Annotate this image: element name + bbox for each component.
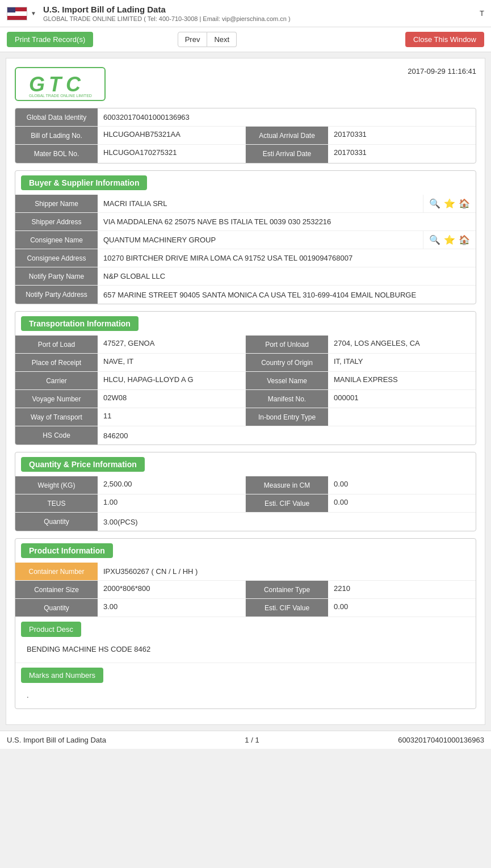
quantity-label: Quantity [15, 513, 98, 531]
consignee-home-icon[interactable]: 🏠 [459, 234, 470, 245]
hs-code-label: HS Code [15, 426, 98, 445]
teus-label: TEUS [15, 494, 98, 512]
product-quantity-value: 3.00 [98, 599, 245, 617]
global-data-value: 600320170401000136963 [98, 108, 476, 126]
product-header: Product Information [15, 539, 476, 563]
consignee-address-row: Consignee Address 10270 BIRTCHER DRIVE M… [15, 249, 476, 267]
manifest-value: 000001 [328, 390, 476, 408]
bol-row: Bill of Lading No. HLCUGOAHB75321AA Actu… [15, 127, 476, 145]
teus-half: TEUS 1.00 [15, 494, 245, 512]
consignee-address-value: 10270 BIRTCHER DRIVE MIRA LOMA CA 91752 … [98, 249, 476, 267]
consignee-address-label: Consignee Address [15, 249, 98, 267]
shipper-home-icon[interactable]: 🏠 [459, 198, 470, 209]
consignee-name-label: Consignee Name [15, 231, 98, 249]
product-desc-value: BENDING MACHINE HS CODE 8462 [21, 640, 156, 658]
svg-text:C: C [66, 73, 81, 96]
country-origin-value: IT, ITALY [328, 354, 476, 371]
esti-arrival-label: Esti Arrival Date [246, 145, 328, 163]
measure-half: Measure in CM 0.00 [245, 476, 476, 494]
marks-numbers-button[interactable]: Marks and Numbers [21, 668, 103, 683]
product-quantity-half: Quantity 3.00 [15, 599, 245, 617]
shipper-name-label: Shipper Name [15, 195, 98, 212]
svg-text:GLOBAL TRADE ONLINE LIMITED: GLOBAL TRADE ONLINE LIMITED [29, 94, 92, 98]
port-load-label: Port of Load [15, 336, 98, 353]
country-origin-half: Country of Origin IT, ITALY [245, 354, 476, 371]
carrier-label: Carrier [15, 372, 98, 389]
place-receipt-label: Place of Receipt [15, 354, 98, 371]
page-footer: U.S. Import Bill of Lading Data 1 / 1 60… [0, 731, 491, 749]
carrier-vessel-row: Carrier HLCU, HAPAG-LLOYD A G Vessel Nam… [15, 372, 476, 390]
container-type-label: Container Type [246, 581, 328, 598]
bol-value: HLCUGOAHB75321AA [98, 127, 245, 144]
way-transport-half: Way of Transport 11 [15, 408, 245, 426]
product-esti-cif-label: Esti. CIF Value [246, 599, 328, 617]
shipper-star-icon[interactable]: ⭐ [444, 198, 455, 209]
shipper-address-row: Shipper Address VIA MADDALENA 62 25075 N… [15, 213, 476, 231]
voyage-half: Voyage Number 02W08 [15, 390, 245, 408]
container-type-value: 2210 [328, 581, 476, 598]
voyage-value: 02W08 [98, 390, 245, 408]
top-header: ▼ U.S. Import Bill of Lading Data GLOBAL… [0, 0, 491, 27]
quantity-price-header: Quantity & Price Information [15, 452, 476, 476]
marks-numbers-value: . [21, 686, 35, 704]
quantity-price-title: Quantity & Price Information [21, 457, 145, 472]
port-load-value: 47527, GENOA [98, 336, 245, 353]
marks-numbers-row: Marks and Numbers . [15, 663, 476, 708]
notify-party-name-value: N&P GLOBAL LLC [98, 267, 476, 285]
weight-half: Weight (KG) 2,500.00 [15, 476, 245, 494]
transport-inbond-row: Way of Transport 11 In-bond Entry Type [15, 408, 476, 426]
consignee-name-row: Consignee Name QUANTUM MACHINERY GROUP 🔍… [15, 231, 476, 249]
esti-arrival-value: 20170331 [328, 145, 476, 163]
manifest-half: Manifest No. 000001 [245, 390, 476, 408]
consignee-search-icon[interactable]: 🔍 [429, 234, 440, 245]
close-button[interactable]: Close This Window [405, 32, 484, 47]
place-receipt-half: Place of Receipt NAVE, IT [15, 354, 245, 371]
esti-cif-label: Esti. CIF Value [246, 494, 328, 512]
shipper-address-value: VIA MADDALENA 62 25075 NAVE BS ITALIA TE… [98, 213, 476, 230]
port-unload-value: 2704, LOS ANGELES, CA [328, 336, 476, 353]
esti-arrival-half: Esti Arrival Date 20170331 [245, 145, 476, 163]
notify-party-name-row: Notify Party Name N&P GLOBAL LLC [15, 267, 476, 286]
product-desc-button[interactable]: Product Desc [21, 622, 81, 637]
flag-dropdown-arrow[interactable]: ▼ [31, 10, 36, 16]
carrier-value: HLCU, HAPAG-LLOYD A G [98, 372, 245, 389]
consignee-star-icon[interactable]: ⭐ [444, 234, 455, 245]
place-receipt-value: NAVE, IT [98, 354, 245, 371]
way-transport-value: 11 [98, 408, 245, 426]
vessel-half: Vessel Name MANILA EXPRESS [245, 372, 476, 389]
esti-cif-half: Esti. CIF Value 0.00 [245, 494, 476, 512]
footer-right: 600320170401000136963 [398, 736, 484, 744]
actual-arrival-label: Actual Arrival Date [246, 127, 328, 144]
next-button[interactable]: Next [207, 32, 237, 47]
product-esti-cif-value: 0.00 [328, 599, 476, 617]
svg-text:G: G [29, 73, 45, 96]
shipper-search-icon[interactable]: 🔍 [429, 198, 440, 209]
hs-code-row: HS Code 846200 [15, 426, 476, 445]
global-data-label: Global Data Identity [15, 108, 98, 126]
nav-group: Prev Next [178, 32, 237, 47]
weight-measure-row: Weight (KG) 2,500.00 Measure in CM 0.00 [15, 476, 476, 494]
transportation-title: Transportation Information [21, 316, 139, 331]
app-subtitle: GLOBAL TRADE ONLINE LIMITED ( Tel: 400-7… [43, 15, 291, 22]
notify-party-name-label: Notify Party Name [15, 267, 98, 285]
port-load-half: Port of Load 47527, GENOA [15, 336, 245, 353]
port-unload-label: Port of Unload [246, 336, 328, 353]
identity-section: Global Data Identity 6003201704010001369… [15, 108, 476, 163]
transportation-section: Transportation Information Port of Load … [15, 311, 476, 445]
prev-button[interactable]: Prev [178, 32, 208, 47]
weight-label: Weight (KG) [15, 476, 98, 494]
us-flag-icon [7, 7, 27, 20]
country-origin-label: Country of Origin [246, 354, 328, 371]
voyage-manifest-row: Voyage Number 02W08 Manifest No. 000001 [15, 390, 476, 408]
container-number-row: Container Number IPXU3560267 ( CN / L / … [15, 563, 476, 581]
shipper-name-row: Shipper Name MACRI ITALIA SRL 🔍 ⭐ 🏠 [15, 195, 476, 213]
actual-arrival-half: Actual Arrival Date 20170331 [245, 127, 476, 144]
buyer-supplier-title: Buyer & Supplier Information [21, 175, 147, 190]
esti-cif-value: 0.00 [328, 494, 476, 512]
header-right-text: T [480, 9, 484, 18]
print-button[interactable]: Print Trade Record(s) [7, 32, 93, 47]
product-title: Product Information [21, 543, 113, 558]
footer-left: U.S. Import Bill of Lading Data [7, 736, 106, 744]
measure-label: Measure in CM [246, 476, 328, 494]
actual-arrival-value: 20170331 [328, 127, 476, 144]
